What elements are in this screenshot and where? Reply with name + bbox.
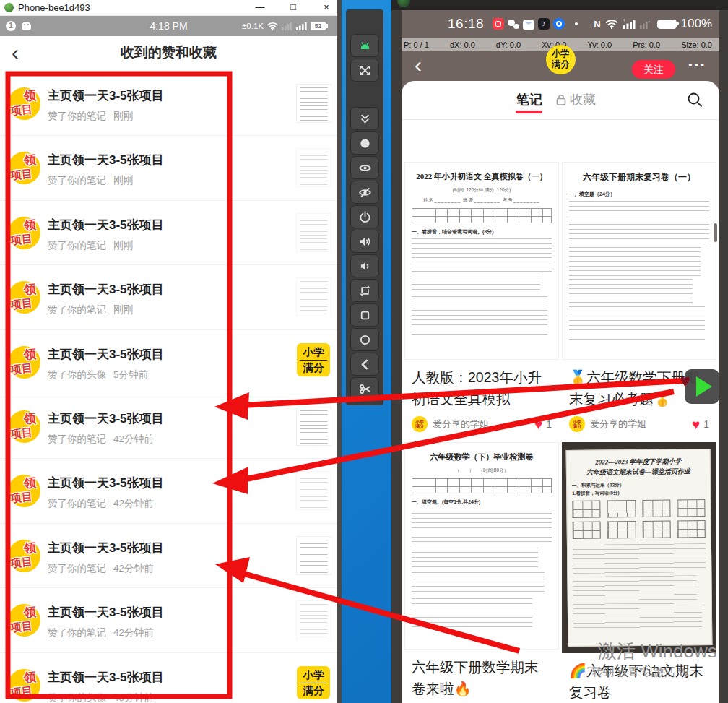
volume-up-button[interactable] — [350, 230, 379, 253]
like-heart-icon[interactable]: ♥ — [692, 418, 700, 431]
sender-avatar[interactable]: 领项目 — [6, 280, 42, 315]
screenshot-button[interactable] — [350, 131, 379, 155]
notification-title: 主页领一天3-5张项目 — [48, 540, 164, 556]
notification-subtitle: 赞了你的笔记42分钟前 — [48, 497, 164, 510]
rotate-button[interactable] — [350, 279, 379, 302]
phone-app-icon — [397, 0, 410, 7]
cut-button[interactable] — [350, 377, 379, 400]
window-title: Phone-bee1d493 — [18, 2, 90, 13]
notification-subtitle: 赞了你的笔记刚刚 — [48, 110, 164, 123]
note-thumbnail[interactable] — [296, 471, 332, 510]
notification-subtitle: 赞了你的笔记刚刚 — [48, 303, 164, 316]
note-thumbnail[interactable] — [296, 600, 332, 639]
android-button[interactable] — [350, 34, 379, 57]
notification-item[interactable]: 领项目 主页领一天3-5张项目 赞了你的头像43分钟前 小学满分 — [0, 653, 337, 703]
desktop: Phone-bee1d493 — □ × 1 4:18 PM ±0.1K 52 … — [0, 0, 728, 703]
author-name[interactable]: 爱分享的学姐 — [590, 418, 646, 431]
maximize-button[interactable]: □ — [282, 0, 305, 16]
note-card[interactable]: 2022—2023 学年度下学期小学 六年级语文期末试卷—课堂活页作业 一、积累… — [562, 442, 716, 703]
author-avatar[interactable]: 小学满分 — [412, 416, 428, 432]
network-speed: ±0.1K — [242, 22, 264, 30]
show-eye-button[interactable] — [350, 156, 379, 179]
power-button[interactable] — [350, 205, 379, 228]
notification-subtitle: 赞了你的头像5分钟前 — [48, 368, 164, 381]
like-heart-icon[interactable]: ♥ — [534, 418, 542, 431]
tab-notes[interactable]: 笔记 — [516, 91, 542, 108]
phone-screen: 16:18 ♪ N H × 100% — [402, 10, 719, 703]
score-table — [412, 208, 552, 223]
note-thumbnail[interactable] — [296, 148, 332, 187]
sender-avatar[interactable]: 领项目 — [6, 473, 42, 509]
sender-avatar[interactable]: 领项目 — [6, 215, 42, 251]
paper-text-lines — [412, 548, 538, 569]
notification-item[interactable]: 领项目 主页领一天3-5张项目 赞了你的笔记刚刚 — [0, 265, 337, 329]
notification-item[interactable]: 领项目 主页领一天3-5张项目 赞了你的笔记刚刚 — [0, 201, 337, 265]
debug-field: P: 0 / 1 — [404, 40, 429, 49]
note-thumbnail[interactable] — [296, 84, 332, 123]
square-button[interactable] — [350, 303, 379, 327]
note-title: 🌈六年级下/语文期末复习卷 — [562, 653, 716, 703]
notification-item[interactable]: 领项目 主页领一天3-5张项目 赞了你的笔记42分钟前 — [0, 524, 337, 588]
scrollbar-thumb[interactable] — [714, 223, 717, 242]
wifi-icon — [267, 22, 278, 30]
paper-text-lines — [412, 509, 552, 545]
svg-text:H: H — [623, 19, 625, 22]
notification-item[interactable]: 领项目 主页领一天3-5张项目 赞了你的笔记42分钟前 — [0, 588, 337, 652]
more-options-icon[interactable]: ••• — [688, 59, 706, 71]
profile-avatar[interactable]: 小学 满分 — [546, 45, 576, 74]
paper-text-lines: （ ） （时间:80分） — [412, 467, 552, 474]
phone-window-titlebar[interactable] — [391, 0, 728, 10]
hide-eye-button[interactable] — [350, 181, 379, 204]
battery-icon — [657, 20, 677, 29]
notification-item[interactable]: 领项目 主页领一天3-5张项目 赞了你的笔记42分钟前 — [0, 394, 337, 459]
signal-icon: H — [623, 19, 636, 29]
liker-avatar-badge[interactable]: 小学满分 — [297, 343, 330, 376]
close-button[interactable]: × — [315, 0, 338, 16]
search-icon[interactable] — [686, 91, 703, 108]
notification-item[interactable]: 领项目 主页领一天3-5张项目 赞了你的头像5分钟前 小学满分 — [0, 330, 337, 394]
note-thumbnail[interactable] — [296, 213, 332, 252]
sender-avatar[interactable]: 领项目 — [6, 86, 42, 121]
like-count: 1 — [546, 418, 552, 430]
sender-avatar[interactable]: 领项目 — [6, 344, 42, 379]
fullscreen-button[interactable] — [350, 59, 379, 82]
like-heart-icon[interactable]: ♥ — [680, 370, 690, 392]
collapse-button[interactable] — [350, 107, 379, 130]
note-card[interactable]: 六年级数学（下）毕业检测卷 （ ） （时间:80分） 一、填空题。(每空1分,共… — [404, 442, 559, 703]
right-phone-window: 16:18 ♪ N H × 100% — [391, 0, 728, 703]
circle-button[interactable] — [350, 328, 379, 351]
score-table — [412, 478, 552, 493]
liker-avatar-badge[interactable]: 小学满分 — [297, 666, 330, 699]
back-button[interactable] — [350, 353, 379, 376]
sender-avatar[interactable]: 领项目 — [6, 538, 42, 574]
sender-avatar[interactable]: 领项目 — [6, 150, 42, 186]
left-window-titlebar[interactable]: Phone-bee1d493 — □ × — [0, 0, 337, 16]
paper-text-lines — [569, 306, 705, 340]
volume-down-button[interactable] — [350, 254, 379, 277]
profile-content: 笔记 收藏 2022 年小升初语文 全真模拟卷（一） (时间: 120分钟 满分… — [402, 81, 719, 703]
notification-item[interactable]: 领项目 主页领一天3-5张项目 赞了你的笔记刚刚 — [0, 136, 337, 200]
wechat-icon — [508, 18, 519, 30]
minimize-button[interactable]: — — [248, 0, 272, 16]
note-meta: 小学满分 爱分享的学姐 ♥ 1 — [404, 411, 559, 439]
notification-item[interactable]: 领项目 主页领一天3-5张项目 赞了你的笔记42分钟前 — [0, 459, 337, 523]
note-thumbnail[interactable] — [296, 536, 332, 575]
paper-text-lines — [412, 275, 540, 293]
sender-avatar[interactable]: 领项目 — [6, 667, 42, 702]
follow-button[interactable]: 关注 — [632, 60, 675, 79]
sender-avatar[interactable]: 领项目 — [6, 603, 42, 638]
notification-item[interactable]: 领项目 主页领一天3-5张项目 赞了你的笔记刚刚 — [0, 72, 337, 136]
window-edge — [337, 0, 342, 703]
android-statusbar: 1 4:18 PM ±0.1K 52 — [0, 16, 337, 36]
sender-avatar[interactable]: 领项目 — [6, 409, 42, 444]
back-chevron-icon[interactable]: ‹ — [415, 51, 422, 79]
tab-favorites[interactable]: 收藏 — [556, 91, 596, 108]
note-thumbnail[interactable] — [296, 407, 332, 446]
note-card[interactable]: 2022 年小升初语文 全真模拟卷（一） (时间: 120分钟 满分: 120分… — [404, 162, 559, 439]
note-thumbnail[interactable] — [296, 277, 332, 316]
notification-subtitle: 赞了你的笔记42分钟前 — [48, 433, 164, 446]
author-avatar[interactable]: 小学满分 — [569, 416, 585, 432]
paper-text-lines — [569, 201, 709, 244]
author-name[interactable]: 爱分享的学姐 — [433, 418, 489, 431]
signal-icon-off: × — [640, 19, 651, 29]
